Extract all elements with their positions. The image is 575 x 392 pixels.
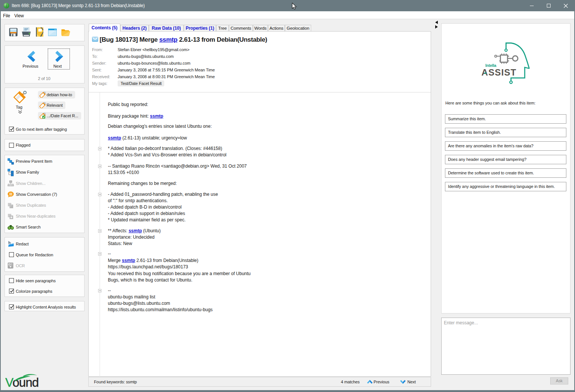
svg-text:ASSIST: ASSIST bbox=[481, 67, 516, 77]
